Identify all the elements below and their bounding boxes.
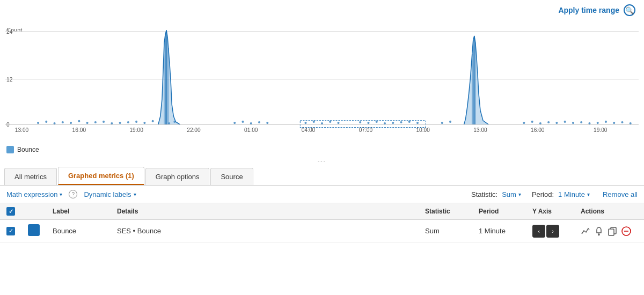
chart-area: Count 24 12 0	[0, 26, 644, 144]
svg-point-37	[392, 122, 394, 124]
svg-rect-84	[609, 229, 614, 235]
chart-legend: Bounce	[0, 144, 644, 156]
metrics-table: ✓ Label Details Statistic Period Y Axis …	[0, 203, 644, 242]
svg-point-38	[400, 121, 402, 123]
svg-text:13:00: 13:00	[473, 127, 487, 133]
svg-text:01:00: 01:00	[244, 127, 258, 133]
period-chevron-icon: ▾	[587, 191, 590, 197]
statistic-prefix-label: Statistic:	[471, 190, 497, 198]
yaxis-right-button[interactable]: ›	[546, 225, 559, 238]
svg-point-49	[572, 122, 574, 124]
row-yaxis-cell: ‹ ›	[526, 220, 574, 242]
svg-text:16:00: 16:00	[72, 127, 86, 133]
help-icon[interactable]: ?	[69, 190, 77, 198]
svg-text:22:00: 22:00	[187, 127, 201, 133]
svg-point-20	[152, 120, 154, 122]
apply-time-range-link[interactable]: Apply time range	[558, 6, 619, 14]
svg-point-13	[94, 121, 97, 123]
yaxis-left-button[interactable]: ‹	[532, 225, 545, 238]
svg-text:16:00: 16:00	[531, 127, 545, 133]
remove-all-button[interactable]: Remove all	[603, 190, 638, 198]
actions-cell	[581, 226, 638, 236]
table-row: ✓ Bounce SES • Bounce Sum 1 Minute ‹ ›	[0, 220, 644, 242]
chart-container: 24 12 0	[5, 26, 639, 133]
svg-point-32	[337, 122, 339, 124]
svg-point-24	[241, 121, 244, 123]
svg-point-82	[598, 234, 599, 235]
yaxis-nav: ‹ ›	[532, 225, 568, 238]
svg-point-35	[376, 121, 378, 123]
tab-source[interactable]: Source	[210, 168, 253, 185]
svg-point-17	[127, 121, 129, 123]
period-value-dropdown[interactable]: 1 Minute ▾	[558, 190, 590, 198]
tabs-bar: All metrics Graphed metrics (1) Graph op…	[0, 167, 644, 186]
svg-text:04:00: 04:00	[302, 127, 316, 133]
svg-text:0: 0	[6, 122, 10, 128]
col-header-actions: Actions	[574, 203, 644, 220]
svg-point-23	[233, 122, 236, 124]
svg-point-36	[384, 122, 386, 124]
svg-point-44	[531, 121, 533, 123]
svg-point-29	[313, 121, 315, 123]
svg-rect-63	[300, 121, 426, 128]
metric-color-swatch[interactable]	[28, 224, 40, 236]
toolbar-left: Math expression ▾ ? Dynamic labels ▾	[6, 190, 465, 198]
legend-label-bounce: Bounce	[17, 146, 39, 153]
svg-point-12	[86, 122, 89, 124]
col-header-details: Details	[111, 203, 419, 220]
col-header-statistic: Statistic	[419, 203, 472, 220]
svg-point-30	[321, 122, 323, 124]
row-checkbox[interactable]: ✓	[6, 227, 15, 235]
svg-point-46	[547, 121, 550, 123]
dynamic-labels-chevron-icon: ▾	[134, 191, 136, 197]
svg-point-18	[135, 121, 137, 123]
dynamic-labels-dropdown[interactable]: Dynamic labels ▾	[84, 190, 136, 198]
period-prefix-label: Period:	[532, 190, 554, 198]
svg-point-51	[588, 122, 590, 124]
svg-point-15	[111, 122, 113, 124]
svg-point-50	[580, 121, 582, 123]
svg-text:07:00: 07:00	[359, 127, 373, 133]
search-icon[interactable]: 🔍	[624, 4, 635, 16]
copy-action-icon[interactable]	[608, 226, 617, 236]
toolbar-right: Statistic: Sum ▾ Period: 1 Minute ▾ Remo…	[471, 190, 638, 198]
svg-point-53	[605, 121, 607, 123]
svg-point-41	[441, 122, 443, 124]
statistic-chevron-icon: ▾	[518, 191, 521, 197]
row-details-cell: SES • Bounce	[111, 220, 419, 242]
col-header-yaxis: Y Axis	[526, 203, 574, 220]
svg-point-26	[258, 121, 260, 123]
row-statistic-cell: Sum	[419, 220, 472, 242]
delete-action-icon[interactable]	[621, 226, 631, 236]
svg-point-27	[266, 122, 268, 124]
svg-point-10	[70, 122, 72, 124]
graph-action-icon[interactable]	[581, 226, 590, 236]
svg-point-56	[630, 122, 632, 124]
svg-point-52	[597, 122, 599, 124]
top-bar: Apply time range 🔍	[0, 0, 644, 20]
svg-point-28	[304, 122, 306, 124]
svg-point-16	[119, 122, 121, 124]
row-label-cell: Bounce	[46, 220, 111, 242]
alert-action-icon[interactable]	[595, 226, 603, 236]
svg-text:24: 24	[6, 29, 13, 35]
math-expression-dropdown[interactable]: Math expression ▾	[6, 190, 62, 198]
header-checkbox[interactable]: ✓	[6, 207, 15, 216]
svg-point-47	[555, 122, 558, 124]
row-period-cell: 1 Minute	[472, 220, 526, 242]
svg-point-9	[62, 121, 64, 123]
row-color-cell	[21, 220, 46, 242]
row-check-cell: ✓	[0, 220, 21, 242]
tab-graphed-metrics[interactable]: Graphed metrics (1)	[58, 167, 144, 185]
svg-point-39	[408, 121, 411, 123]
statistic-value-dropdown[interactable]: Sum ▾	[502, 190, 521, 198]
svg-point-31	[329, 121, 331, 123]
svg-text:19:00: 19:00	[129, 127, 143, 133]
metrics-panel: Math expression ▾ ? Dynamic labels ▾ Sta…	[0, 186, 644, 242]
svg-point-43	[523, 122, 525, 124]
col-header-check: ✓	[0, 203, 21, 220]
tab-all-metrics[interactable]: All metrics	[4, 168, 57, 185]
tab-graph-options[interactable]: Graph options	[145, 168, 210, 185]
col-header-label: Label	[46, 203, 111, 220]
panel-divider: ---	[0, 156, 644, 166]
